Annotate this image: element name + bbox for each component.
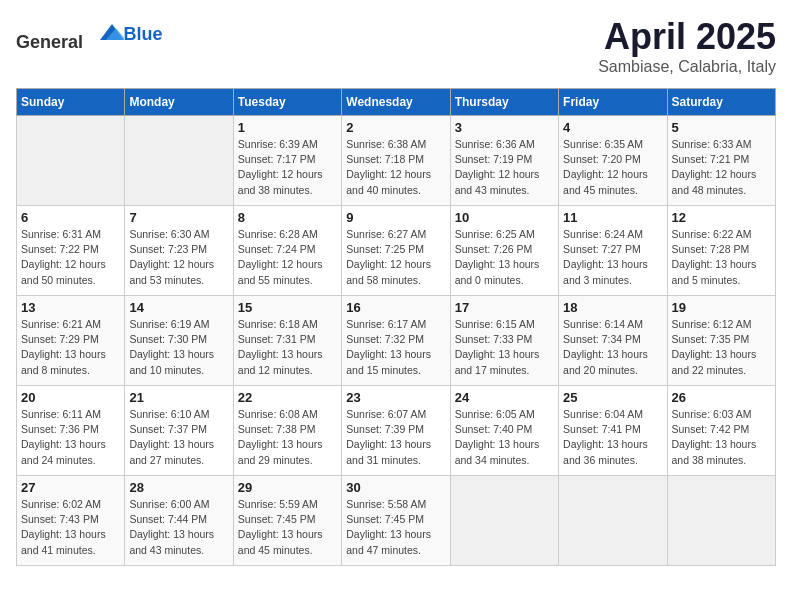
calendar-cell: 16Sunrise: 6:17 AMSunset: 7:32 PMDayligh… — [342, 296, 450, 386]
calendar-cell: 28Sunrise: 6:00 AMSunset: 7:44 PMDayligh… — [125, 476, 233, 566]
day-info: Sunrise: 6:38 AMSunset: 7:18 PMDaylight:… — [346, 137, 445, 198]
calendar-cell: 12Sunrise: 6:22 AMSunset: 7:28 PMDayligh… — [667, 206, 775, 296]
day-info: Sunrise: 6:12 AMSunset: 7:35 PMDaylight:… — [672, 317, 771, 378]
day-info: Sunrise: 6:15 AMSunset: 7:33 PMDaylight:… — [455, 317, 554, 378]
weekday-header-thursday: Thursday — [450, 89, 558, 116]
day-number: 21 — [129, 390, 228, 405]
day-number: 30 — [346, 480, 445, 495]
logo-icon — [92, 16, 124, 48]
day-info: Sunrise: 6:07 AMSunset: 7:39 PMDaylight:… — [346, 407, 445, 468]
calendar-cell: 11Sunrise: 6:24 AMSunset: 7:27 PMDayligh… — [559, 206, 667, 296]
calendar-cell: 14Sunrise: 6:19 AMSunset: 7:30 PMDayligh… — [125, 296, 233, 386]
day-info: Sunrise: 6:03 AMSunset: 7:42 PMDaylight:… — [672, 407, 771, 468]
day-number: 19 — [672, 300, 771, 315]
day-info: Sunrise: 5:59 AMSunset: 7:45 PMDaylight:… — [238, 497, 337, 558]
calendar-cell: 18Sunrise: 6:14 AMSunset: 7:34 PMDayligh… — [559, 296, 667, 386]
day-number: 14 — [129, 300, 228, 315]
title-area: April 2025 Sambiase, Calabria, Italy — [598, 16, 776, 76]
day-info: Sunrise: 6:21 AMSunset: 7:29 PMDaylight:… — [21, 317, 120, 378]
logo-general: General — [16, 32, 83, 52]
day-info: Sunrise: 6:02 AMSunset: 7:43 PMDaylight:… — [21, 497, 120, 558]
day-info: Sunrise: 6:00 AMSunset: 7:44 PMDaylight:… — [129, 497, 228, 558]
day-number: 6 — [21, 210, 120, 225]
calendar-week-row: 13Sunrise: 6:21 AMSunset: 7:29 PMDayligh… — [17, 296, 776, 386]
day-number: 10 — [455, 210, 554, 225]
calendar-cell: 2Sunrise: 6:38 AMSunset: 7:18 PMDaylight… — [342, 116, 450, 206]
calendar-cell: 13Sunrise: 6:21 AMSunset: 7:29 PMDayligh… — [17, 296, 125, 386]
day-info: Sunrise: 6:30 AMSunset: 7:23 PMDaylight:… — [129, 227, 228, 288]
day-info: Sunrise: 6:31 AMSunset: 7:22 PMDaylight:… — [21, 227, 120, 288]
calendar-cell: 22Sunrise: 6:08 AMSunset: 7:38 PMDayligh… — [233, 386, 341, 476]
weekday-header-wednesday: Wednesday — [342, 89, 450, 116]
day-number: 1 — [238, 120, 337, 135]
location-subtitle: Sambiase, Calabria, Italy — [598, 58, 776, 76]
day-number: 8 — [238, 210, 337, 225]
calendar-cell — [17, 116, 125, 206]
day-number: 13 — [21, 300, 120, 315]
day-info: Sunrise: 6:04 AMSunset: 7:41 PMDaylight:… — [563, 407, 662, 468]
day-number: 27 — [21, 480, 120, 495]
calendar-cell: 15Sunrise: 6:18 AMSunset: 7:31 PMDayligh… — [233, 296, 341, 386]
day-info: Sunrise: 6:35 AMSunset: 7:20 PMDaylight:… — [563, 137, 662, 198]
day-info: Sunrise: 6:10 AMSunset: 7:37 PMDaylight:… — [129, 407, 228, 468]
calendar-cell: 9Sunrise: 6:27 AMSunset: 7:25 PMDaylight… — [342, 206, 450, 296]
day-number: 22 — [238, 390, 337, 405]
calendar-cell: 4Sunrise: 6:35 AMSunset: 7:20 PMDaylight… — [559, 116, 667, 206]
calendar-cell: 23Sunrise: 6:07 AMSunset: 7:39 PMDayligh… — [342, 386, 450, 476]
day-number: 16 — [346, 300, 445, 315]
calendar-header-row: SundayMondayTuesdayWednesdayThursdayFrid… — [17, 89, 776, 116]
logo-blue: Blue — [124, 24, 163, 44]
calendar-cell: 5Sunrise: 6:33 AMSunset: 7:21 PMDaylight… — [667, 116, 775, 206]
day-number: 23 — [346, 390, 445, 405]
day-number: 4 — [563, 120, 662, 135]
day-number: 26 — [672, 390, 771, 405]
day-number: 5 — [672, 120, 771, 135]
weekday-header-tuesday: Tuesday — [233, 89, 341, 116]
day-info: Sunrise: 6:17 AMSunset: 7:32 PMDaylight:… — [346, 317, 445, 378]
calendar-week-row: 27Sunrise: 6:02 AMSunset: 7:43 PMDayligh… — [17, 476, 776, 566]
calendar-cell: 30Sunrise: 5:58 AMSunset: 7:45 PMDayligh… — [342, 476, 450, 566]
calendar-cell: 7Sunrise: 6:30 AMSunset: 7:23 PMDaylight… — [125, 206, 233, 296]
calendar-cell: 21Sunrise: 6:10 AMSunset: 7:37 PMDayligh… — [125, 386, 233, 476]
day-number: 28 — [129, 480, 228, 495]
calendar-cell: 26Sunrise: 6:03 AMSunset: 7:42 PMDayligh… — [667, 386, 775, 476]
day-info: Sunrise: 6:27 AMSunset: 7:25 PMDaylight:… — [346, 227, 445, 288]
day-number: 15 — [238, 300, 337, 315]
calendar-cell: 20Sunrise: 6:11 AMSunset: 7:36 PMDayligh… — [17, 386, 125, 476]
page-header: General Blue April 2025 Sambiase, Calabr… — [16, 16, 776, 76]
day-info: Sunrise: 5:58 AMSunset: 7:45 PMDaylight:… — [346, 497, 445, 558]
day-number: 20 — [21, 390, 120, 405]
day-info: Sunrise: 6:39 AMSunset: 7:17 PMDaylight:… — [238, 137, 337, 198]
day-number: 17 — [455, 300, 554, 315]
calendar-week-row: 6Sunrise: 6:31 AMSunset: 7:22 PMDaylight… — [17, 206, 776, 296]
calendar-cell: 17Sunrise: 6:15 AMSunset: 7:33 PMDayligh… — [450, 296, 558, 386]
calendar-cell: 8Sunrise: 6:28 AMSunset: 7:24 PMDaylight… — [233, 206, 341, 296]
day-info: Sunrise: 6:28 AMSunset: 7:24 PMDaylight:… — [238, 227, 337, 288]
day-info: Sunrise: 6:33 AMSunset: 7:21 PMDaylight:… — [672, 137, 771, 198]
calendar-cell: 27Sunrise: 6:02 AMSunset: 7:43 PMDayligh… — [17, 476, 125, 566]
calendar-cell: 25Sunrise: 6:04 AMSunset: 7:41 PMDayligh… — [559, 386, 667, 476]
month-title: April 2025 — [598, 16, 776, 58]
logo: General Blue — [16, 16, 163, 53]
day-number: 7 — [129, 210, 228, 225]
day-info: Sunrise: 6:25 AMSunset: 7:26 PMDaylight:… — [455, 227, 554, 288]
calendar-cell: 6Sunrise: 6:31 AMSunset: 7:22 PMDaylight… — [17, 206, 125, 296]
day-info: Sunrise: 6:19 AMSunset: 7:30 PMDaylight:… — [129, 317, 228, 378]
weekday-header-friday: Friday — [559, 89, 667, 116]
calendar-week-row: 20Sunrise: 6:11 AMSunset: 7:36 PMDayligh… — [17, 386, 776, 476]
calendar-cell — [125, 116, 233, 206]
day-info: Sunrise: 6:11 AMSunset: 7:36 PMDaylight:… — [21, 407, 120, 468]
day-number: 18 — [563, 300, 662, 315]
weekday-header-monday: Monday — [125, 89, 233, 116]
day-number: 25 — [563, 390, 662, 405]
calendar-cell: 3Sunrise: 6:36 AMSunset: 7:19 PMDaylight… — [450, 116, 558, 206]
day-info: Sunrise: 6:22 AMSunset: 7:28 PMDaylight:… — [672, 227, 771, 288]
calendar-cell: 29Sunrise: 5:59 AMSunset: 7:45 PMDayligh… — [233, 476, 341, 566]
calendar-cell — [667, 476, 775, 566]
day-number: 29 — [238, 480, 337, 495]
day-number: 3 — [455, 120, 554, 135]
calendar-cell: 10Sunrise: 6:25 AMSunset: 7:26 PMDayligh… — [450, 206, 558, 296]
day-number: 12 — [672, 210, 771, 225]
calendar-cell — [450, 476, 558, 566]
calendar-week-row: 1Sunrise: 6:39 AMSunset: 7:17 PMDaylight… — [17, 116, 776, 206]
